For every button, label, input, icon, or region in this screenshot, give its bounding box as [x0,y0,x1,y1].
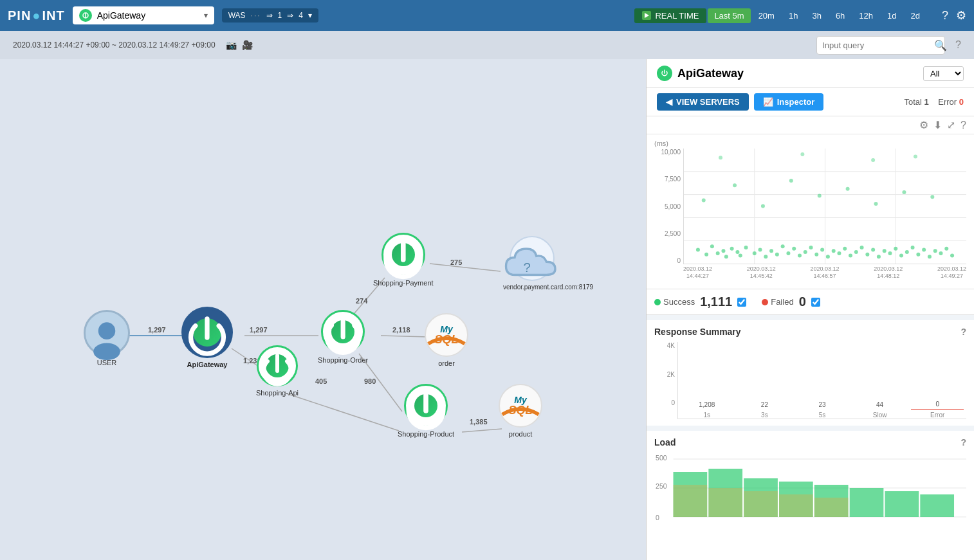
svg-point-55 [877,255,881,258]
svg-rect-93 [850,488,884,517]
inspector-button[interactable]: 📈 Inspector [754,93,824,111]
inspector-chart-icon: 📈 [763,97,773,107]
success-label: Success [663,297,695,307]
20m-button[interactable]: 20m [752,8,781,23]
node-mysql-product[interactable]: My SQL product [499,384,542,438]
video-icon[interactable]: 🎥 [242,40,253,50]
3h-button[interactable]: 3h [805,8,827,23]
scatter-plot-area[interactable] [683,149,966,264]
svg-point-48 [837,251,841,255]
realtime-button[interactable]: REAL TIME [634,8,706,23]
bar-3s: 22 3s [739,401,791,419]
svg-point-68 [950,253,954,257]
edge-label-apigw-order: 1,297 [250,326,268,334]
svg-point-54 [871,248,875,252]
response-summary-title: Response Summary ? [654,327,966,337]
svg-point-81 [914,155,917,159]
svg-point-44 [814,253,818,257]
topology-canvas[interactable]: 1,297 1,231 1,297 405 274 980 2,118 275 … [0,59,646,560]
edge-label-user-apigw: 1,297 [148,326,166,334]
12h-button[interactable]: 12h [852,8,879,23]
expand-toolbar-icon[interactable]: ⤢ [947,119,955,131]
svg-point-60 [905,250,909,254]
response-summary-section: Response Summary ? 4K 2K 0 1,208 1s [647,320,974,426]
bar-error-value: 0 [935,401,939,408]
bar-3s-value: 22 [761,401,768,408]
failed-label: Failed [771,297,793,307]
node-apigateway[interactable]: ApiGateway [181,307,233,368]
svg-point-71 [761,204,765,208]
failed-count: 0 [799,294,806,309]
failed-checkbox[interactable] [811,298,820,307]
scatter-y-axis: 10,000 7,500 5,000 2,500 0 [654,149,683,264]
app-selector[interactable]: ApiGateway ▾ [73,6,214,24]
node-user[interactable]: USER [84,310,130,366]
subheader: 2020.03.12 14:44:27 +09:00 ~ 2020.03.12 … [0,31,974,59]
node-shopping-payment[interactable]: Shopping-Payment [373,233,434,287]
node-cloud-vendor[interactable]: ? vendor.payment.card.com:8179 [503,236,561,291]
scatter-x-axis: 2020.03.1214:44:27 2020.03.1214:45:42 20… [683,264,966,284]
scatter-y-unit: (ms) [654,140,966,147]
node-shopping-api[interactable]: Shopping-Api [256,345,299,397]
success-checkbox[interactable] [737,298,746,307]
bar-1s: 1,208 1s [681,401,733,419]
status-dots: ··· [251,11,261,20]
help-icon[interactable]: ? [942,9,948,23]
status-count-in: 1 [278,11,282,20]
query-input-container: 🔍 [816,36,945,55]
svg-point-73 [818,194,822,197]
svg-point-58 [894,247,897,251]
view-servers-button[interactable]: ◀ VIEW SERVERS [657,93,749,111]
filter-select[interactable]: All [923,66,964,81]
realtime-label: REAL TIME [655,11,699,21]
svg-rect-95 [920,494,954,517]
search-icon[interactable]: 🔍 [934,39,947,51]
query-input[interactable] [822,41,930,50]
1d-button[interactable]: 1d [881,8,903,23]
svg-point-37 [775,253,779,257]
download-toolbar-icon[interactable]: ⬇ [933,119,942,131]
load-title: Load ? [654,437,966,447]
query-help-icon[interactable]: ? [955,39,961,51]
failed-dot [762,299,768,305]
node-shopping-product[interactable]: Shopping-Product [398,384,454,438]
node-mysql-order[interactable]: My SQL order [425,313,468,367]
app-header: PIN●INT ApiGateway ▾ WAS ··· ⇒ 1 ⇒ 4 ▾ R… [0,0,974,31]
6h-button[interactable]: 6h [829,8,851,23]
bar-1s-label: 1s [704,411,711,419]
bar-5s: 23 5s [796,401,849,419]
rp-title: ApiGateway [677,67,744,80]
svg-point-46 [826,255,830,258]
svg-point-66 [939,251,942,255]
chevron-down-icon-status[interactable]: ▾ [308,11,312,20]
svg-line-7 [286,393,399,431]
svg-marker-3 [645,13,649,18]
response-bar-chart: 4K 2K 0 1,208 1s 22 3s [654,342,966,419]
svg-point-14 [93,343,120,361]
svg-point-28 [724,255,728,258]
settings-toolbar-icon[interactable]: ⚙ [919,119,928,131]
svg-point-70 [733,183,737,187]
rp-app-name: ApiGateway [657,66,744,81]
svg-rect-100 [814,498,849,517]
settings-icon[interactable]: ⚙ [956,8,966,23]
bar-error-fill [911,409,964,410]
help-toolbar-icon[interactable]: ? [960,120,966,131]
scatter-legend: Success 1,111 Failed 0 [647,289,974,315]
node-shopping-order[interactable]: Shopping-Order [318,310,368,364]
timestamp-range: 2020.03.12 14:44:27 +09:00 ~ 2020.03.12 … [13,41,216,50]
subheader-icons: 📷 🎥 [226,40,253,50]
1h-button[interactable]: 1h [782,8,804,23]
svg-rect-97 [708,488,742,517]
scatter-canvas[interactable]: 10,000 7,500 5,000 2,500 0 [654,149,966,284]
svg-point-45 [820,248,824,252]
camera-icon[interactable]: 📷 [226,40,237,50]
response-help-icon[interactable]: ? [960,327,966,337]
success-dot [654,299,661,305]
svg-text:0: 0 [656,514,659,521]
svg-point-53 [865,253,869,257]
2d-button[interactable]: 2d [905,8,926,23]
load-help-icon[interactable]: ? [960,437,966,447]
last5m-button[interactable]: Last 5m [708,8,750,23]
svg-point-26 [716,251,720,255]
